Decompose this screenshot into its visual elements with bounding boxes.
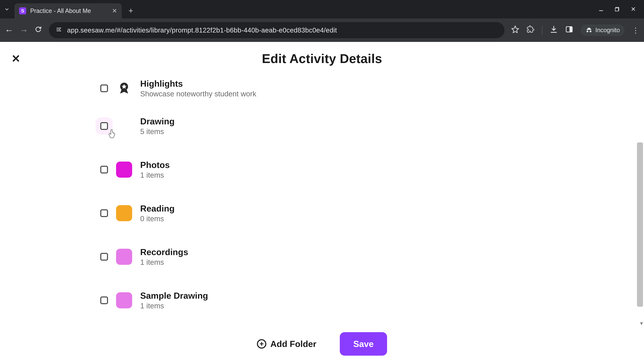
browser-menu-button[interactable]: ⋮: [632, 26, 639, 34]
folder-color-icon: [116, 162, 132, 178]
tab-favicon-icon: S: [19, 7, 26, 14]
address-bar[interactable]: app.seesaw.me/#/activities/library/promp…: [49, 22, 504, 38]
reload-button[interactable]: [34, 25, 42, 35]
folder-list: Highlights Showcase noteworthy student w…: [100, 72, 543, 322]
folder-name: Reading: [140, 203, 174, 214]
folder-color-icon: [116, 118, 132, 134]
folder-name: Drawing: [140, 116, 174, 126]
reload-icon: [34, 25, 42, 33]
folder-color-icon: [116, 249, 132, 265]
add-folder-label: Add Folder: [270, 339, 316, 349]
folder-row-reading[interactable]: Reading 0 items: [100, 191, 543, 235]
url-text: app.seesaw.me/#/activities/library/promp…: [67, 26, 337, 34]
folder-name: Photos: [140, 160, 170, 170]
folder-row-drawing[interactable]: Drawing 5 items: [100, 104, 543, 148]
folder-subtitle: 1 items: [140, 258, 188, 267]
folder-row-sample-drawing[interactable]: Sample Drawing 1 items: [100, 279, 543, 322]
page-content: ✕ Edit Activity Details Highlights Showc…: [0, 42, 644, 362]
folder-subtitle: 1 items: [140, 171, 170, 179]
ribbon-star-icon: [116, 80, 132, 96]
scrollbar-thumb[interactable]: [637, 142, 643, 307]
maximize-button[interactable]: [614, 6, 620, 13]
folder-name: Sample Drawing: [140, 291, 208, 301]
incognito-indicator[interactable]: Incognito: [580, 24, 624, 36]
folder-checkbox[interactable]: [100, 122, 108, 130]
tab-strip: S Practice - All About Me ✕ + ✕: [0, 0, 644, 18]
folder-row-highlights[interactable]: Highlights Showcase noteworthy student w…: [100, 72, 543, 104]
folder-subtitle: 1 items: [140, 302, 208, 310]
svg-rect-2: [615, 8, 618, 11]
minimize-button[interactable]: [598, 6, 604, 13]
add-folder-button[interactable]: + Add Folder: [257, 339, 316, 349]
window-controls: ✕: [598, 6, 644, 13]
folder-checkbox[interactable]: [100, 297, 108, 304]
folder-color-icon: [116, 205, 132, 221]
folder-checkbox[interactable]: [100, 253, 108, 261]
incognito-icon: [585, 26, 593, 34]
toolbar-actions: Incognito ⋮: [511, 24, 639, 36]
folder-name: Recordings: [140, 247, 188, 257]
puzzle-icon: [526, 25, 535, 33]
folder-row-photos[interactable]: Photos 1 items: [100, 148, 543, 191]
back-button[interactable]: ←: [5, 25, 13, 35]
close-modal-button[interactable]: ✕: [12, 53, 20, 64]
side-panel-button[interactable]: [565, 25, 573, 35]
download-icon: [550, 25, 558, 33]
browser-toolbar: ← → app.seesaw.me/#/activities/library/p…: [0, 18, 644, 42]
downloads-button[interactable]: [550, 25, 558, 35]
bookmark-button[interactable]: [511, 25, 519, 35]
new-tab-button[interactable]: +: [128, 6, 133, 15]
footer-bar: + Add Folder Save: [0, 326, 644, 362]
forward-button[interactable]: →: [20, 25, 28, 35]
plus-circle-icon: +: [257, 339, 266, 349]
extensions-button[interactable]: [526, 25, 535, 35]
tab-title: Practice - All About Me: [30, 7, 108, 14]
svg-rect-7: [570, 27, 572, 32]
svg-point-5: [60, 30, 61, 31]
folder-subtitle: Showcase noteworthy student work: [140, 90, 256, 98]
folder-subtitle: 0 items: [140, 215, 174, 223]
svg-point-4: [59, 29, 60, 30]
panel-icon: [565, 25, 573, 33]
tab-close-button[interactable]: ✕: [112, 7, 117, 14]
tabs-dropdown-button[interactable]: [3, 5, 11, 13]
star-icon: [511, 25, 519, 33]
site-settings-icon[interactable]: [56, 26, 62, 34]
svg-point-3: [60, 27, 61, 29]
incognito-label: Incognito: [595, 27, 620, 34]
folder-row-recordings[interactable]: Recordings 1 items: [100, 235, 543, 279]
folder-subtitle: 5 items: [140, 127, 174, 136]
browser-chrome: S Practice - All About Me ✕ + ✕ ← → app.…: [0, 0, 644, 42]
chevron-down-icon: [4, 6, 10, 12]
folder-checkbox[interactable]: [100, 84, 108, 92]
folder-name: Highlights: [140, 79, 256, 89]
folder-color-icon: [116, 292, 132, 308]
save-button[interactable]: Save: [340, 332, 387, 356]
close-window-button[interactable]: ✕: [630, 6, 636, 13]
folder-checkbox[interactable]: [100, 209, 108, 217]
cursor-hand-icon: [108, 129, 116, 139]
toolbar-divider: [542, 25, 542, 35]
browser-tab[interactable]: S Practice - All About Me ✕: [14, 3, 122, 18]
folder-checkbox[interactable]: [100, 166, 108, 173]
page-title: Edit Activity Details: [0, 42, 644, 66]
